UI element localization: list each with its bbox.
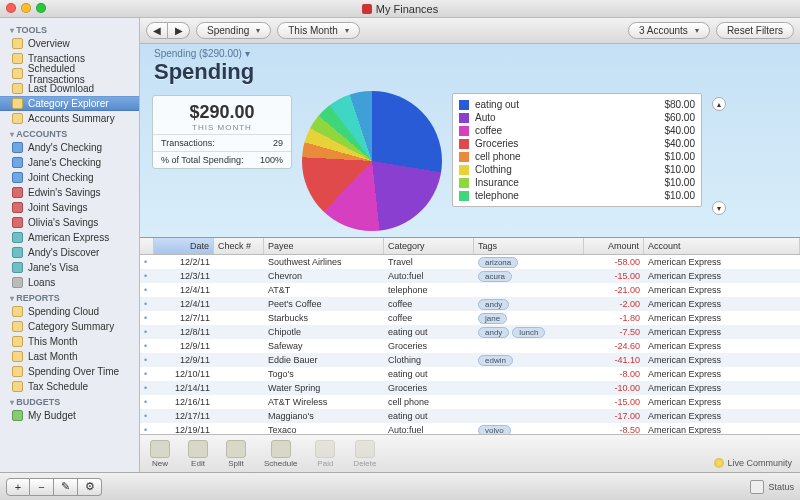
- sidebar-item-label: Olivia's Savings: [28, 217, 98, 228]
- sidebar-item[interactable]: My Budget: [0, 408, 139, 423]
- toolbar: ◀ ▶ Spending This Month 3 Accounts Reset…: [140, 18, 800, 44]
- sidebar-group-header[interactable]: ACCOUNTS: [0, 126, 139, 140]
- legend-value: $40.00: [645, 138, 695, 149]
- table-row[interactable]: •12/8/11Chipotleeating outandylunch-7.50…: [140, 325, 800, 339]
- legend-row[interactable]: telephone$10.00: [459, 189, 695, 202]
- sidebar-item[interactable]: Spending Cloud: [0, 304, 139, 319]
- legend-swatch: [459, 139, 469, 149]
- sidebar-item[interactable]: Loans: [0, 275, 139, 290]
- back-button[interactable]: ◀: [146, 22, 168, 39]
- grid-header[interactable]: DateCheck #PayeeCategoryTagsAmountAccoun…: [140, 238, 800, 255]
- sidebar-item-icon: [12, 306, 23, 317]
- sidebar-item[interactable]: Joint Checking: [0, 170, 139, 185]
- sidebar-item[interactable]: Category Explorer: [0, 96, 139, 111]
- tag-pill[interactable]: arizona: [478, 257, 518, 268]
- sidebar-group-header[interactable]: BUDGETS: [0, 394, 139, 408]
- column-header[interactable]: Date: [154, 238, 214, 254]
- live-community-link[interactable]: Live Community: [714, 458, 792, 468]
- sidebar-item[interactable]: Joint Savings: [0, 200, 139, 215]
- sidebar-item[interactable]: Andy's Discover: [0, 245, 139, 260]
- tag-pill[interactable]: jane: [478, 313, 507, 324]
- summary-sub: THIS MONTH: [157, 123, 287, 132]
- zoom-icon[interactable]: [36, 3, 46, 13]
- tag-pill[interactable]: lunch: [512, 327, 545, 338]
- scroll-down-button[interactable]: ▾: [712, 201, 726, 215]
- legend-row[interactable]: Auto$60.00: [459, 111, 695, 124]
- action-button[interactable]: Split: [226, 440, 246, 468]
- sidebar-item-icon: [12, 38, 23, 49]
- bottom-button[interactable]: −: [30, 478, 54, 496]
- legend-row[interactable]: cell phone$10.00: [459, 150, 695, 163]
- table-row[interactable]: •12/10/11Togo'seating out-8.00American E…: [140, 367, 800, 381]
- status-button[interactable]: Status: [750, 480, 794, 494]
- sidebar-item[interactable]: Category Summary: [0, 319, 139, 334]
- sidebar-group-header[interactable]: REPORTS: [0, 290, 139, 304]
- table-row[interactable]: •12/4/11AT&Ttelephone-21.00American Expr…: [140, 283, 800, 297]
- breadcrumb[interactable]: Spending ($290.00) ▾: [140, 44, 800, 59]
- table-row[interactable]: •12/9/11Eddie BauerClothingedwin-41.10Am…: [140, 353, 800, 367]
- sidebar-item[interactable]: Olivia's Savings: [0, 215, 139, 230]
- sidebar-item[interactable]: Jane's Checking: [0, 155, 139, 170]
- view-dropdown[interactable]: Spending: [196, 22, 271, 39]
- sidebar-item-label: Joint Checking: [28, 172, 94, 183]
- bottom-button[interactable]: ⚙: [78, 478, 102, 496]
- table-row[interactable]: •12/17/11Maggiano'seating out-17.00Ameri…: [140, 409, 800, 423]
- accounts-dropdown[interactable]: 3 Accounts: [628, 22, 710, 39]
- legend-row[interactable]: Clothing$10.00: [459, 163, 695, 176]
- sidebar-item-label: Scheduled Transactions: [28, 63, 133, 85]
- column-header[interactable]: Payee: [264, 238, 384, 254]
- column-header[interactable]: Tags: [474, 238, 584, 254]
- column-header[interactable]: Check #: [214, 238, 264, 254]
- table-row[interactable]: •12/3/11ChevronAuto:fuelacura-15.00Ameri…: [140, 269, 800, 283]
- table-row[interactable]: •12/14/11Water SpringGroceries-10.00Amer…: [140, 381, 800, 395]
- column-header[interactable]: Amount: [584, 238, 644, 254]
- tag-pill[interactable]: andy: [478, 327, 509, 338]
- sidebar-item[interactable]: Jane's Visa: [0, 260, 139, 275]
- period-dropdown[interactable]: This Month: [277, 22, 359, 39]
- column-header[interactable]: [140, 238, 154, 254]
- minimize-icon[interactable]: [21, 3, 31, 13]
- legend-row[interactable]: Insurance$10.00: [459, 176, 695, 189]
- table-row[interactable]: •12/9/11SafewayGroceries-24.60American E…: [140, 339, 800, 353]
- sidebar-group-header[interactable]: TOOLS: [0, 22, 139, 36]
- tag-pill[interactable]: acura: [478, 271, 512, 282]
- column-header[interactable]: Category: [384, 238, 474, 254]
- table-row[interactable]: •12/2/11Southwest AirlinesTravelarizona-…: [140, 255, 800, 269]
- sidebar-item[interactable]: Spending Over Time: [0, 364, 139, 379]
- summary-box: $290.00 THIS MONTH Transactions:29% of T…: [152, 95, 292, 169]
- pie-chart[interactable]: [302, 91, 442, 231]
- sidebar-item[interactable]: Overview: [0, 36, 139, 51]
- legend-row[interactable]: Groceries$40.00: [459, 137, 695, 150]
- sidebar: TOOLSOverviewTransactionsScheduled Trans…: [0, 18, 140, 472]
- forward-button[interactable]: ▶: [168, 22, 190, 39]
- sidebar-item-icon: [12, 410, 23, 421]
- sidebar-item-label: Loans: [28, 277, 55, 288]
- action-button[interactable]: New: [150, 440, 170, 468]
- sidebar-item[interactable]: Accounts Summary: [0, 111, 139, 126]
- sidebar-item[interactable]: Scheduled Transactions: [0, 66, 139, 81]
- table-row[interactable]: •12/7/11Starbuckscoffeejane-1.80American…: [140, 311, 800, 325]
- action-button[interactable]: Schedule: [264, 440, 297, 468]
- sidebar-item[interactable]: Andy's Checking: [0, 140, 139, 155]
- action-button: Delete: [353, 440, 376, 468]
- table-row[interactable]: •12/4/11Peet's Coffeecoffeeandy-2.00Amer…: [140, 297, 800, 311]
- sidebar-item-icon: [12, 262, 23, 273]
- close-icon[interactable]: [6, 3, 16, 13]
- bottom-button[interactable]: +: [6, 478, 30, 496]
- tag-pill[interactable]: edwin: [478, 355, 513, 366]
- table-row[interactable]: •12/16/11AT&T Wirelesscell phone-15.00Am…: [140, 395, 800, 409]
- sidebar-item[interactable]: Last Month: [0, 349, 139, 364]
- legend-row[interactable]: eating out$80.00: [459, 98, 695, 111]
- sidebar-item[interactable]: Tax Schedule: [0, 379, 139, 394]
- tag-pill[interactable]: andy: [478, 299, 509, 310]
- sidebar-item[interactable]: Edwin's Savings: [0, 185, 139, 200]
- column-header[interactable]: Account: [644, 238, 800, 254]
- sidebar-item[interactable]: This Month: [0, 334, 139, 349]
- action-button[interactable]: Edit: [188, 440, 208, 468]
- bottom-button[interactable]: ✎: [54, 478, 78, 496]
- reset-filters-button[interactable]: Reset Filters: [716, 22, 794, 39]
- legend-swatch: [459, 113, 469, 123]
- scroll-up-button[interactable]: ▴: [712, 97, 726, 111]
- sidebar-item[interactable]: American Express: [0, 230, 139, 245]
- legend-row[interactable]: coffee$40.00: [459, 124, 695, 137]
